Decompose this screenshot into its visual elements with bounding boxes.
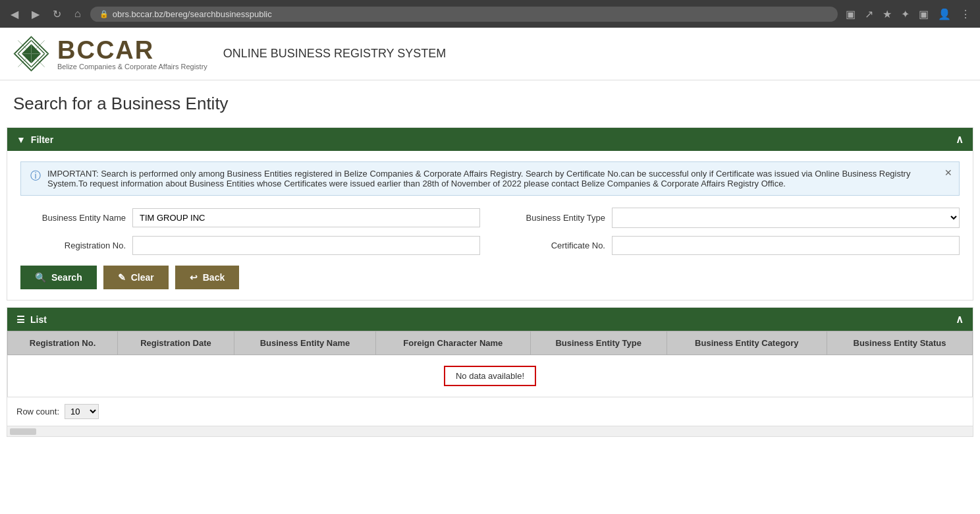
tab-search-icon[interactable]: ▣ — [916, 5, 931, 23]
clear-icon: ✎ — [118, 272, 126, 283]
page-title-section: Search for a Business Entity — [0, 80, 980, 121]
cert-no-input[interactable] — [612, 236, 960, 255]
search-button-label: Search — [51, 272, 82, 283]
logo-subtitle: Belize Companies & Corporate Affairs Reg… — [57, 63, 207, 71]
browser-chrome: ◀ ▶ ↻ ⌂ 🔒 obrs.bccar.bz/bereg/searchbusi… — [0, 0, 980, 28]
col-reg-no: Registration No. — [8, 331, 118, 355]
list-header-left: ☰ List — [16, 314, 47, 325]
row-count-label: Row count: — [16, 407, 59, 416]
scrollbar-thumb — [10, 428, 36, 435]
table-header-row: Registration No. Registration Date Busin… — [8, 331, 973, 355]
no-data-row: No data available! — [8, 355, 973, 397]
info-close-button[interactable]: ✕ — [944, 167, 952, 178]
search-icon: 🔍 — [35, 272, 46, 283]
info-message: IMPORTANT: Search is performed only amon… — [47, 169, 950, 188]
filter-button-row: 🔍 Search ✎ Clear ↩ Back — [20, 266, 960, 289]
col-foreign-name: Foreign Character Name — [376, 331, 531, 355]
col-entity-category: Business Entity Category — [667, 331, 827, 355]
filter-icon: ▼ — [16, 134, 26, 145]
profile-icon[interactable]: 👤 — [935, 5, 954, 23]
share-icon[interactable]: ↗ — [862, 5, 876, 23]
bccar-logo-icon — [13, 36, 49, 72]
entity-name-input[interactable] — [132, 208, 480, 227]
back-button-label: Back — [203, 272, 225, 283]
entity-name-label: Business Entity Name — [20, 213, 126, 223]
no-data-badge: No data available! — [444, 366, 536, 386]
list-title: List — [30, 314, 47, 325]
list-panel-toggle[interactable]: ∧ — [956, 313, 964, 326]
filter-form: Business Entity Name Business Entity Typ… — [20, 208, 960, 255]
filter-panel-toggle[interactable]: ∧ — [956, 133, 964, 146]
clear-button[interactable]: ✎ Clear — [103, 266, 169, 289]
system-name: ONLINE BUSINESS REGISTRY SYSTEM — [223, 47, 446, 61]
row-count-section: Row count: 10 25 50 100 — [7, 397, 973, 426]
col-entity-status: Business Entity Status — [827, 331, 972, 355]
cert-no-label: Certificate No. — [500, 241, 605, 250]
nav-back-button[interactable]: ◀ — [7, 5, 22, 23]
logo-text: BCCAR Belize Companies & Corporate Affai… — [57, 38, 207, 71]
filter-panel-body: ⓘ IMPORTANT: Search is performed only am… — [7, 151, 973, 300]
table-head: Registration No. Registration Date Busin… — [8, 331, 973, 355]
entity-type-select[interactable]: Private Company Public Company Partnersh… — [612, 208, 960, 228]
table-body: No data available! — [8, 355, 973, 397]
cast-icon[interactable]: ▣ — [843, 5, 858, 23]
bookmark-icon[interactable]: ★ — [880, 5, 894, 23]
col-entity-type: Business Entity Type — [530, 331, 667, 355]
results-table: Registration No. Registration Date Busin… — [7, 331, 973, 397]
logo-title: BCCAR — [57, 38, 207, 63]
filter-header-left: ▼ Filter — [16, 134, 53, 145]
col-entity-name: Business Entity Name — [234, 331, 375, 355]
url-text: obrs.bccar.bz/bereg/searchbusinesspublic — [113, 9, 272, 19]
table-container: Registration No. Registration Date Busin… — [7, 331, 973, 397]
list-icon: ☰ — [16, 314, 25, 325]
filter-panel-header: ▼ Filter ∧ — [7, 128, 973, 151]
nav-forward-button[interactable]: ▶ — [28, 5, 43, 23]
entity-type-label: Business Entity Type — [500, 213, 605, 223]
info-icon: ⓘ — [30, 169, 41, 183]
nav-refresh-button[interactable]: ↻ — [49, 5, 65, 23]
clear-button-label: Clear — [131, 272, 154, 283]
page-wrapper: BCCAR Belize Companies & Corporate Affai… — [0, 28, 980, 514]
address-bar[interactable]: 🔒 obrs.bccar.bz/bereg/searchbusinesspubl… — [90, 7, 838, 22]
entity-type-row: Business Entity Type Private Company Pub… — [500, 208, 960, 228]
nav-home-button[interactable]: ⌂ — [70, 5, 85, 22]
search-button[interactable]: 🔍 Search — [20, 266, 97, 289]
horizontal-scrollbar[interactable] — [7, 426, 973, 436]
back-icon: ↩ — [190, 272, 198, 283]
row-count-select[interactable]: 10 25 50 100 — [65, 404, 99, 419]
no-data-cell: No data available! — [8, 355, 973, 397]
list-panel: ☰ List ∧ Registration No. Registration D… — [7, 307, 973, 437]
reg-no-input[interactable] — [132, 236, 480, 255]
reg-no-label: Registration No. — [20, 241, 126, 250]
page-title: Search for a Business Entity — [13, 94, 967, 114]
menu-icon[interactable]: ⋮ — [958, 5, 973, 23]
info-alert: ⓘ IMPORTANT: Search is performed only am… — [20, 161, 960, 196]
entity-name-row: Business Entity Name — [20, 208, 480, 228]
back-button[interactable]: ↩ Back — [175, 266, 239, 289]
logo-container: BCCAR Belize Companies & Corporate Affai… — [13, 36, 207, 72]
filter-panel: ▼ Filter ∧ ⓘ IMPORTANT: Search is perfor… — [7, 127, 973, 300]
lock-icon: 🔒 — [99, 10, 109, 18]
site-header: BCCAR Belize Companies & Corporate Affai… — [0, 28, 980, 80]
list-panel-body: Registration No. Registration Date Busin… — [7, 331, 973, 436]
cert-no-row: Certificate No. — [500, 236, 960, 255]
browser-action-icons: ▣ ↗ ★ ✦ ▣ 👤 ⋮ — [843, 5, 973, 23]
extensions-icon[interactable]: ✦ — [898, 5, 912, 23]
reg-no-row: Registration No. — [20, 236, 480, 255]
list-panel-header: ☰ List ∧ — [7, 308, 973, 331]
filter-title: Filter — [31, 134, 53, 145]
col-reg-date: Registration Date — [118, 331, 234, 355]
